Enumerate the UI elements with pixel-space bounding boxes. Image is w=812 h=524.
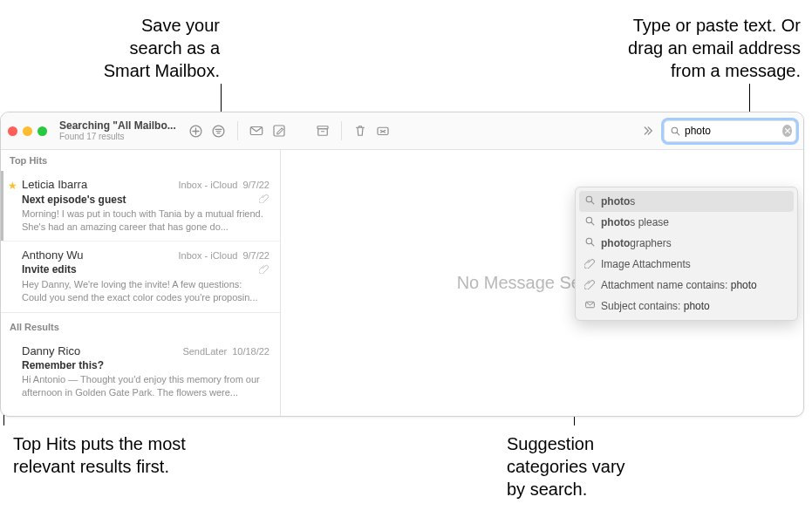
filter-button[interactable]: [211, 123, 227, 139]
save-smart-mailbox-button[interactable]: [188, 123, 204, 139]
search-suggestion-text: Subject contains: photo: [601, 300, 710, 312]
search-suggestion-text: photos please: [601, 216, 669, 228]
attachment-icon: [259, 263, 270, 276]
archive-button[interactable]: [315, 123, 331, 139]
search-suggestion[interactable]: photos: [579, 191, 794, 212]
message-preview: Hi Antonio — Thought you'd enjoy this me…: [22, 373, 270, 399]
message-preview: Hey Danny, We're loving the invite! A fe…: [22, 278, 270, 304]
search-icon: [584, 194, 596, 208]
message-item[interactable]: Danny Rico SendLater 10/18/22 Remember t…: [1, 337, 280, 406]
search-suggestion[interactable]: Image Attachments: [579, 254, 794, 275]
search-suggestion-text: Attachment name contains: photo: [601, 279, 757, 291]
callout-smart-mailbox: Save yoursearch as aSmart Mailbox.: [63, 14, 220, 82]
search-icon: [670, 126, 681, 137]
junk-button[interactable]: [375, 123, 391, 139]
search-icon: [584, 236, 596, 250]
trash-button[interactable]: [352, 123, 368, 139]
compose-button[interactable]: [271, 123, 287, 139]
search-suggestion-text: Image Attachments: [601, 258, 691, 270]
message-preview: Morning! I was put in touch with Tania b…: [22, 208, 270, 234]
message-subject: Invite edits: [22, 263, 77, 276]
search-suggestion-text: photos: [601, 195, 635, 208]
search-icon: [584, 215, 596, 229]
message-item[interactable]: Anthony Wu Inbox - iCloud 9/7/22 Invite …: [1, 241, 280, 311]
callout-suggestions: Suggestioncategories varyby search.: [507, 432, 725, 500]
message-date: 9/7/22: [242, 180, 270, 190]
message-date: 10/18/22: [232, 346, 270, 357]
section-header-top-hits: Top Hits: [1, 150, 280, 171]
message-subject: Next episode's guest: [22, 194, 126, 206]
message-mailbox: SendLater: [182, 346, 232, 357]
svg-point-7: [672, 127, 678, 133]
search-suggestion[interactable]: photos please: [579, 212, 794, 233]
svg-point-10: [586, 238, 592, 244]
search-suggestions-popover: photosphotos pleasephotographersImage At…: [575, 187, 798, 321]
star-icon: ★: [8, 180, 17, 192]
message-sender: Danny Rico: [22, 344, 80, 357]
message-sender: Leticia Ibarra: [22, 178, 87, 191]
message-sender: Anthony Wu: [22, 248, 84, 262]
svg-rect-5: [317, 129, 327, 136]
minimize-window-button[interactable]: [23, 126, 32, 136]
message-mailbox: Inbox - iCloud: [179, 250, 243, 261]
search-suggestion[interactable]: photographers: [579, 233, 794, 254]
svg-point-9: [586, 217, 592, 223]
fullscreen-window-button[interactable]: [38, 126, 47, 136]
toolbar: Searching "All Mailbo... Found 17 result…: [1, 112, 803, 150]
mail-window: Searching "All Mailbo... Found 17 result…: [0, 112, 804, 417]
clear-search-button[interactable]: [782, 125, 792, 137]
search-suggestion[interactable]: Subject contains: photo: [579, 296, 794, 316]
mail-icon[interactable]: [249, 123, 264, 139]
window-subtitle: Found 17 results: [59, 132, 176, 141]
search-suggestion-text: photographers: [601, 237, 672, 249]
section-header-all-results: All Results: [1, 313, 280, 337]
callout-search-hint: Type or paste text. Ordrag an email addr…: [426, 14, 801, 82]
attachment-icon: [259, 193, 270, 206]
search-suggestion[interactable]: Attachment name contains: photo: [579, 275, 794, 296]
callout-top-hits: Top Hits puts the mostrelevant results f…: [13, 432, 275, 478]
window-title: Searching "All Mailbo...: [59, 120, 176, 132]
envelope-icon: [584, 299, 596, 313]
more-toolbar-icon[interactable]: [639, 123, 655, 139]
attachment-icon: [584, 278, 596, 292]
message-item[interactable]: ★ Leticia Ibarra Inbox - iCloud 9/7/22 N…: [1, 171, 280, 241]
message-mailbox: Inbox - iCloud: [179, 180, 243, 190]
close-window-button[interactable]: [8, 126, 17, 136]
search-field[interactable]: [664, 120, 796, 142]
attachment-icon: [584, 257, 596, 271]
message-date: 9/7/22: [242, 250, 270, 261]
search-input[interactable]: [681, 125, 782, 137]
svg-point-8: [586, 196, 592, 202]
message-list-pane: Top Hits ★ Leticia Ibarra Inbox - iCloud…: [1, 150, 281, 416]
message-subject: Remember this?: [22, 359, 104, 371]
